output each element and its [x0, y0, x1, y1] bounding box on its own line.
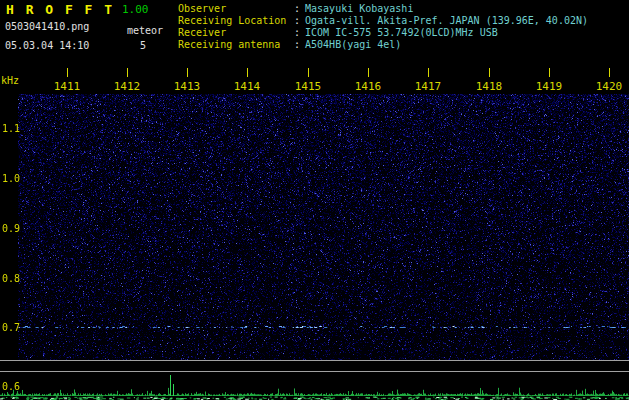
info-label: Receiver	[178, 27, 294, 39]
info-colon: :	[294, 15, 300, 26]
time-label: 1418	[476, 80, 503, 93]
mode-label: meteor	[127, 25, 163, 36]
info-label: Receiving antenna	[178, 39, 294, 51]
freq-label: 1.0	[2, 173, 20, 184]
freq-label: 0.8	[2, 273, 20, 284]
time-tick	[67, 68, 68, 77]
time-label: 1415	[295, 80, 322, 93]
info-colon: :	[294, 39, 300, 50]
time-label: 1413	[174, 80, 201, 93]
freq-label: 1.1	[2, 123, 20, 134]
time-tick	[428, 68, 429, 77]
divider-line-bottom	[0, 371, 629, 372]
time-tick	[308, 68, 309, 77]
app-title: H R O F F T	[6, 2, 114, 17]
freq-label: 0.9	[2, 223, 20, 234]
info-row-observer: Observer:Masayuki Kobayashi	[178, 3, 588, 15]
time-tick	[489, 68, 490, 77]
info-value: Masayuki Kobayashi	[305, 3, 413, 14]
info-colon: :	[294, 27, 300, 38]
time-tick	[247, 68, 248, 77]
hrofft-screen: H R O F F T 1.00 0503041410.png meteor 5…	[0, 0, 629, 400]
activity-graph-canvas	[0, 373, 629, 400]
info-value: A504HB(yagi 4el)	[305, 39, 401, 50]
info-label: Observer	[178, 3, 294, 15]
info-label: Receiving Location	[178, 15, 294, 27]
time-label: 1419	[536, 80, 563, 93]
time-label: 1420	[596, 80, 623, 93]
app-version: 1.00	[122, 3, 149, 16]
time-tick	[549, 68, 550, 77]
time-tick	[127, 68, 128, 77]
time-tick	[187, 68, 188, 77]
freq-label: 0.7	[2, 322, 20, 333]
time-label: 1417	[415, 80, 442, 93]
time-label: 1411	[54, 80, 81, 93]
spectrogram-canvas	[18, 94, 629, 360]
divider-line-top	[0, 360, 629, 361]
info-value: Ogata-vill. Akita-Pref. JAPAN (139.96E, …	[305, 15, 588, 26]
observation-info: Observer:Masayuki Kobayashi Receiving Lo…	[178, 3, 588, 51]
datetime-label: 05.03.04 14:10	[5, 40, 89, 51]
info-colon: :	[294, 3, 300, 14]
info-row-receiver: Receiver:ICOM IC-575 53.7492(0LCD)MHz US…	[178, 27, 588, 39]
time-tick	[609, 68, 610, 77]
y-axis-unit: kHz	[1, 75, 19, 86]
time-label: 1414	[234, 80, 261, 93]
info-row-location: Receiving Location:Ogata-vill. Akita-Pre…	[178, 15, 588, 27]
time-label: 1416	[355, 80, 382, 93]
info-value: ICOM IC-575 53.7492(0LCD)MHz USB	[305, 27, 498, 38]
info-row-antenna: Receiving antenna:A504HB(yagi 4el)	[178, 39, 588, 51]
meteor-count: 5	[140, 40, 146, 51]
time-label: 1412	[114, 80, 141, 93]
filename-label: 0503041410.png	[5, 21, 89, 32]
time-tick	[368, 68, 369, 77]
